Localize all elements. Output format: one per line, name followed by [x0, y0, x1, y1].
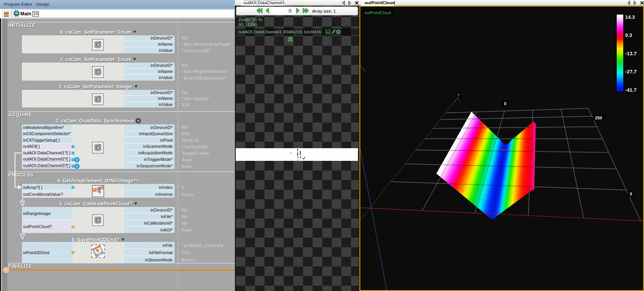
svg-text:0: 0	[504, 101, 506, 106]
svg-text:14.3: 14.3	[625, 14, 635, 20]
svg-text:-27.7: -27.7	[625, 69, 637, 74]
svg-text:outPointCloud: outPointCloud	[364, 10, 391, 15]
svg-text:Y: Y	[457, 93, 460, 98]
svg-text:-41.7: -41.7	[625, 87, 637, 93]
svg-text:-13.7: -13.7	[625, 51, 637, 56]
svg-text:0: 0	[630, 192, 632, 196]
svg-text:Array size: 1: Array size: 1	[312, 9, 336, 13]
svg-text:250: 250	[595, 116, 602, 120]
svg-text:0.3: 0.3	[625, 32, 632, 38]
svg-text:0: 0	[289, 8, 291, 14]
